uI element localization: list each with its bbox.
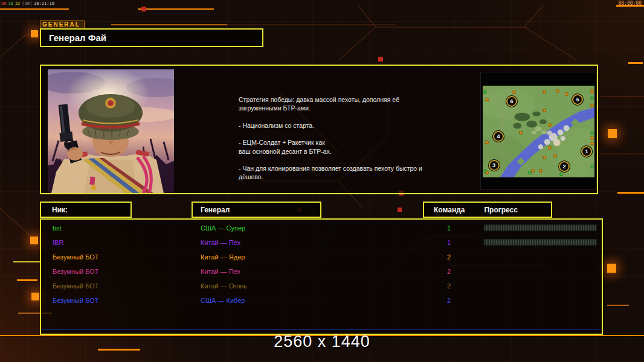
decor-square	[31, 30, 38, 37]
player-nick: Безумный БОТ	[53, 253, 99, 261]
general-tab-label: GENERAL	[40, 21, 85, 29]
player-row: Безумный БОТ Китай — Пех 2	[41, 264, 602, 279]
player-team: 2	[441, 297, 457, 304]
player-row: bst США — Супер 1	[41, 221, 602, 235]
start-position-marker: 5	[572, 94, 583, 105]
player-progress-bar	[483, 224, 597, 232]
supply-dot	[512, 91, 515, 94]
resolution-watermark: 2560 x 1440	[0, 332, 644, 351]
debug-readout: UR3032[30]20:21:19	[1, 1, 56, 6]
decor-line	[617, 192, 644, 194]
general-name-panel: Генерал Фай	[40, 28, 263, 47]
player-team: 2	[441, 282, 457, 290]
header-team-label: Команда	[424, 206, 465, 214]
strategy-briefing: Стратегия победы: давка массой пехоты, д…	[239, 95, 441, 182]
player-nick: IBR	[53, 239, 63, 246]
supply-dot	[519, 131, 522, 134]
supply-dot	[591, 142, 594, 145]
general-name: Генерал Фай	[41, 33, 106, 43]
tech-dot	[483, 169, 486, 173]
player-row: Безумный БОТ Китай — Ядер 2	[41, 250, 602, 264]
supply-dot	[591, 136, 594, 139]
decor-blue-line	[42, 329, 599, 330]
decor-square	[608, 129, 617, 138]
player-row: IBR Китай — Пех 1	[41, 235, 602, 250]
player-general: Китай — Пех	[201, 268, 240, 275]
decor-square	[31, 293, 39, 300]
map-preview: 123456	[480, 72, 597, 190]
supply-dot	[549, 124, 552, 127]
player-general: США — Кибер	[201, 297, 245, 304]
decor-square	[398, 208, 402, 212]
player-team: 2	[441, 268, 457, 275]
tech-dot	[559, 173, 562, 176]
header-team-progress: Команда Прогресс	[423, 202, 552, 218]
player-nick: Безумный БОТ	[53, 268, 99, 275]
supply-dot	[591, 90, 594, 93]
debug-segment: [30]	[22, 1, 32, 6]
supply-dot	[543, 156, 546, 159]
player-rows: bst США — Супер 1 IBR Китай — Пех 1 Безу…	[41, 221, 602, 335]
decor-line	[0, 8, 69, 10]
start-position-marker: 3	[489, 160, 500, 171]
tech-dot	[528, 171, 531, 174]
header-progress-label: Прогресс	[465, 206, 517, 214]
supply-dot	[549, 147, 552, 150]
supply-dot	[486, 141, 489, 144]
start-position-marker: 1	[581, 146, 592, 157]
debug-segment: 30	[8, 1, 13, 6]
player-general: Китай — Пех	[201, 239, 240, 246]
header-general-label: Генерал	[193, 206, 230, 214]
map-terrain: 123456	[483, 86, 594, 177]
player-team: 1	[441, 239, 457, 246]
start-position-marker: 4	[493, 131, 504, 142]
decor-line	[616, 5, 644, 7]
supply-dot	[539, 170, 543, 173]
supply-dot	[486, 98, 489, 101]
start-position-marker: 6	[506, 96, 517, 107]
general-portrait	[48, 69, 174, 193]
decor-square	[378, 57, 383, 62]
player-row: Безумный БОТ США — Кибер 2	[41, 293, 602, 308]
player-general: США — Супер	[201, 224, 245, 232]
debug-segment: 20:21:19	[34, 1, 54, 6]
player-general: Китай — Огонь	[201, 282, 247, 290]
player-nick: Безумный БОТ	[53, 297, 99, 304]
supply-dot	[554, 154, 557, 157]
decor-square	[607, 264, 616, 273]
supply-dot	[565, 92, 568, 95]
decor-line	[628, 62, 643, 64]
tech-dot	[591, 165, 594, 168]
header-nick-label: Ник:	[41, 206, 68, 214]
debug-segment: 32	[15, 1, 20, 6]
tech-dot	[591, 97, 594, 100]
decor-line	[13, 261, 40, 262]
supply-dot	[532, 170, 535, 173]
decor-square	[30, 237, 38, 244]
header-general: Генерал	[192, 202, 321, 218]
player-roster-panel: bst США — Супер 1 IBR Китай — Пех 1 Безу…	[40, 218, 603, 335]
debug-segment: UR	[1, 1, 6, 6]
player-team: 1	[441, 224, 457, 232]
header-nick: Ник:	[40, 202, 132, 218]
tech-dot	[483, 91, 486, 94]
general-tab-text: GENERAL	[42, 21, 80, 28]
player-nick: Безумный БОТ	[53, 282, 99, 290]
supply-dot	[591, 104, 594, 107]
tech-dot	[591, 132, 594, 135]
player-general: Китай — Ядер	[201, 253, 245, 261]
supply-dot	[543, 109, 546, 112]
decor-line	[607, 305, 629, 306]
player-progress-bar	[483, 238, 597, 246]
decor-line	[17, 279, 37, 281]
supply-dot	[543, 91, 546, 94]
player-nick: bst	[53, 224, 62, 232]
player-row: Безумный БОТ Китай — Огонь 2	[41, 279, 602, 293]
decor-line	[111, 24, 227, 25]
start-position-marker: 2	[559, 161, 570, 172]
decor-square	[141, 7, 146, 11]
decor-line	[138, 8, 214, 10]
supply-dot	[556, 90, 559, 93]
player-team: 2	[441, 253, 457, 261]
